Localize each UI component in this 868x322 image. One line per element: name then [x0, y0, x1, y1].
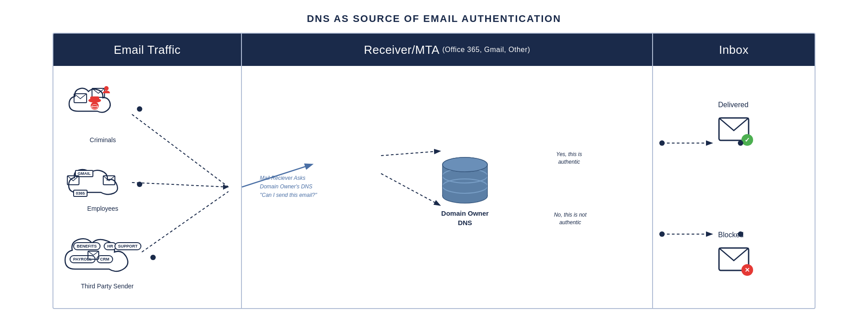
blocked-outcome: Blocked ✕: [718, 231, 750, 273]
svg-point-28: [659, 140, 665, 146]
email-traffic-label: Email Traffic: [114, 43, 180, 57]
email-traffic-header: Email Traffic: [53, 34, 241, 66]
dns-cylinder: Domain Owner DNS: [440, 151, 490, 227]
receiver-subtitle: (Office 365, Gmail, Other): [442, 46, 530, 54]
inbox-header: Inbox: [653, 34, 815, 66]
third-party-group: BENEFITS HR SUPPORT PAYROLL CRM: [62, 235, 152, 290]
employees-label: Employees: [87, 205, 118, 212]
svg-point-31: [659, 231, 665, 237]
columns-wrapper: Email Traffic: [53, 33, 815, 309]
receiver-body: Mail Reciever Asks Domain Owner's DNS "C…: [242, 66, 652, 308]
main-title: DNS AS SOURCE OF EMAIL AUTHENTICATION: [307, 13, 561, 25]
dns-label: Domain Owner DNS: [441, 209, 489, 227]
svg-rect-3: [90, 96, 99, 101]
col-email-traffic: Email Traffic: [53, 34, 242, 308]
email-traffic-body: Criminals GMAIL 0365: [53, 66, 241, 308]
employee-envelope-left: [67, 175, 79, 185]
inbox-label: Inbox: [719, 43, 749, 57]
receiver-label: Receiver/MTA: [364, 43, 440, 57]
employees-group: GMAIL 0365: [62, 166, 143, 212]
criminal-envelope-mid: [74, 93, 87, 103]
receiver-header: Receiver/MTA (Office 365, Gmail, Other): [242, 34, 652, 66]
criminal-user-icon: [102, 85, 111, 94]
third-party-connector-dot: [150, 255, 156, 260]
yes-authentic-label: Yes, this is authentic: [549, 151, 589, 166]
criminals-label: Criminals: [90, 136, 116, 144]
no-authentic-label: No, this is not authentic: [549, 211, 592, 226]
blocked-envelope: ✕: [718, 247, 750, 273]
svg-line-12: [132, 183, 228, 187]
third-party-visual: BENEFITS HR SUPPORT PAYROLL CRM: [62, 235, 152, 280]
benefits-tag: BENEFITS: [73, 242, 101, 250]
col-inbox: Inbox Delivered ✓: [653, 34, 815, 308]
svg-line-24: [381, 151, 439, 156]
criminals-group: Criminals: [62, 84, 143, 144]
check-badge: ✓: [741, 134, 753, 146]
delivered-label: Delivered: [718, 101, 749, 109]
diagram-container: DNS AS SOURCE OF EMAIL AUTHENTICATION Em…: [53, 13, 815, 309]
criminals-connector-dot: [137, 106, 142, 112]
employee-envelope-right: [103, 175, 115, 185]
svg-point-7: [104, 86, 109, 91]
col-receiver: Receiver/MTA (Office 365, Gmail, Other) …: [242, 34, 653, 308]
criminal-figure-icon: [87, 94, 103, 111]
delivered-envelope: ✓: [718, 117, 750, 143]
employees-connector-dot: [137, 182, 142, 187]
third-party-envelope: [88, 251, 99, 260]
svg-line-25: [381, 174, 439, 205]
columns: Email Traffic: [53, 33, 815, 309]
o365-badge: 0365: [73, 190, 88, 197]
mail-receiver-text: Mail Reciever Asks Domain Owner's DNS "C…: [260, 174, 318, 200]
svg-point-22: [443, 157, 487, 172]
delivered-outcome: Delivered ✓: [718, 101, 750, 143]
inbox-body: Delivered ✓ Blocked: [653, 66, 815, 308]
criminals-visual: [67, 84, 139, 134]
svg-line-13: [142, 191, 228, 252]
x-badge: ✕: [741, 264, 753, 276]
blocked-label: Blocked: [718, 231, 744, 239]
support-tag: SUPPORT: [114, 242, 141, 250]
dns-cylinder-icon: [440, 151, 490, 205]
svg-marker-14: [223, 184, 228, 190]
third-party-label: Third Party Sender: [81, 283, 134, 290]
employees-visual: GMAIL 0365: [67, 166, 139, 202]
svg-line-11: [132, 114, 228, 187]
